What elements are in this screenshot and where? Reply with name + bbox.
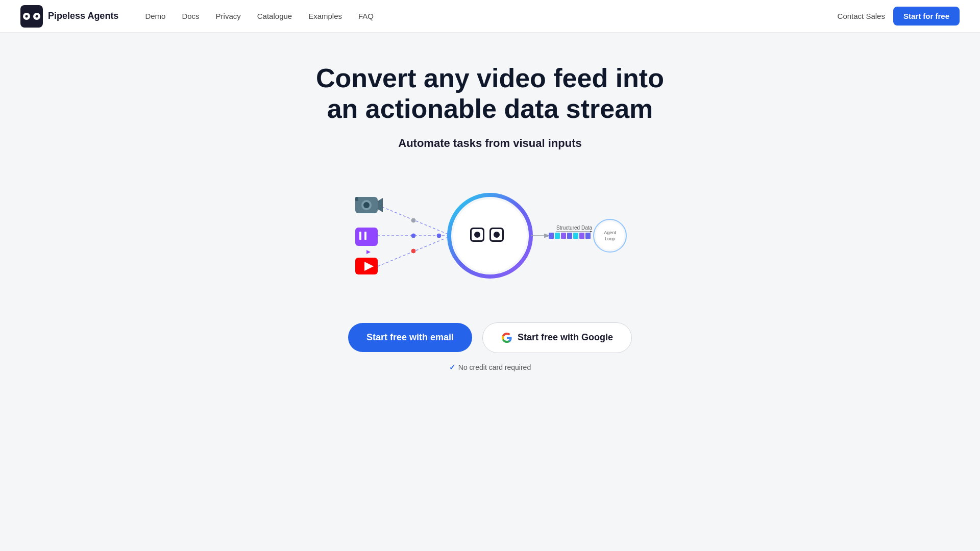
svg-point-3 xyxy=(411,218,415,222)
svg-rect-23 xyxy=(579,233,584,239)
logo-eye-left xyxy=(23,13,30,20)
svg-rect-22 xyxy=(573,233,578,239)
cta-row: Start free with email Start free with Go… xyxy=(348,322,632,353)
header-actions: Contact Sales Start for free xyxy=(838,7,960,26)
nav-item-catalogue[interactable]: Catalogue xyxy=(251,9,298,23)
svg-point-6 xyxy=(411,249,415,253)
header: Pipeless Agents Demo Docs Privacy Catalo… xyxy=(0,0,980,33)
no-cc-text: No credit card required xyxy=(458,363,531,371)
svg-rect-18 xyxy=(549,233,554,239)
hero-subtitle: Automate tasks from visual inputs xyxy=(398,137,581,150)
hero-title: Convert any video feed into an actionabl… xyxy=(311,63,669,124)
svg-text:Loop: Loop xyxy=(605,236,615,241)
start-email-button[interactable]: Start free with email xyxy=(348,323,472,352)
google-icon xyxy=(501,332,512,343)
svg-text:Agent: Agent xyxy=(604,230,616,235)
diagram-svg: Structured Data Agent Loop xyxy=(337,174,643,297)
start-google-button[interactable]: Start free with Google xyxy=(482,322,632,353)
start-free-button[interactable]: Start for free xyxy=(893,7,960,26)
nav-item-examples[interactable]: Examples xyxy=(302,9,348,23)
svg-text:Structured Data: Structured Data xyxy=(556,225,592,231)
svg-rect-21 xyxy=(567,233,572,239)
logo-eye-right xyxy=(33,13,40,20)
svg-point-31 xyxy=(363,202,370,208)
nav-item-docs[interactable]: Docs xyxy=(176,9,205,23)
nav-item-faq[interactable]: FAQ xyxy=(352,9,380,23)
no-cc-row: ✓ No credit card required xyxy=(449,363,531,371)
svg-point-14 xyxy=(494,232,500,238)
main-nav: Demo Docs Privacy Catalogue Examples FAQ xyxy=(139,9,837,23)
nav-item-privacy[interactable]: Privacy xyxy=(210,9,247,23)
svg-point-26 xyxy=(596,221,624,250)
svg-point-5 xyxy=(437,234,441,238)
contact-sales-link[interactable]: Contact Sales xyxy=(838,12,885,20)
logo-icon xyxy=(20,5,43,28)
logo-link[interactable]: Pipeless Agents xyxy=(20,5,118,28)
diagram: Structured Data Agent Loop xyxy=(337,174,643,297)
svg-point-4 xyxy=(411,234,415,238)
check-icon: ✓ xyxy=(449,363,455,371)
svg-point-11 xyxy=(474,232,480,238)
google-button-label: Start free with Google xyxy=(518,332,613,343)
svg-marker-32 xyxy=(378,198,383,212)
svg-rect-19 xyxy=(555,233,560,239)
logo-text: Pipeless Agents xyxy=(48,11,118,21)
svg-rect-24 xyxy=(585,233,591,239)
svg-rect-35 xyxy=(359,232,361,240)
svg-rect-33 xyxy=(355,197,358,201)
svg-rect-36 xyxy=(364,232,366,240)
logo-eyes xyxy=(23,13,40,20)
svg-rect-20 xyxy=(561,233,566,239)
svg-marker-37 xyxy=(366,250,371,254)
hero-section: Convert any video feed into an actionabl… xyxy=(0,33,980,392)
nav-item-demo[interactable]: Demo xyxy=(139,9,172,23)
